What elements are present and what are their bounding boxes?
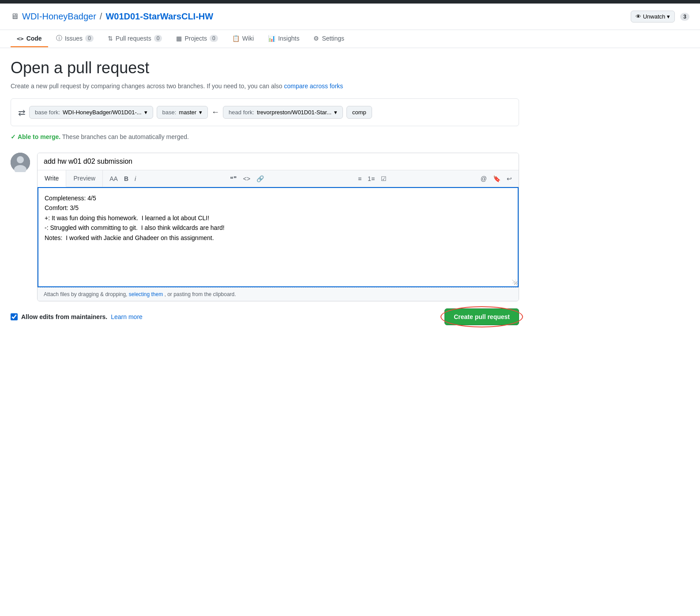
editor-tabs: Write Preview: [38, 170, 103, 187]
allow-edits-label: Allow edits from maintainers.: [21, 313, 107, 320]
branch-selector: ⇄ base fork: WDI-HoneyBadger/W01D01-... …: [11, 98, 519, 126]
merge-status: ✓ Able to merge. These branches can be a…: [11, 131, 519, 144]
attach-link[interactable]: selecting them: [129, 291, 163, 297]
tab-insights[interactable]: 📊 Insights: [262, 30, 305, 47]
head-fork-label: head fork:: [229, 109, 254, 116]
repo-name-link[interactable]: W01D01-StarWarsCLI-HW: [105, 11, 213, 22]
watch-eye-icon: 👁: [636, 13, 641, 20]
tab-pr-label: Pull requests: [116, 35, 151, 42]
tab-wiki-label: Wiki: [242, 35, 254, 42]
compare-forks-link[interactable]: compare across forks: [284, 83, 343, 90]
page-title: Open a pull request: [11, 59, 519, 77]
tab-code[interactable]: <> Code: [11, 30, 48, 47]
merge-ok-text: Able to merge.: [18, 133, 60, 140]
pr-icon: ⇅: [108, 35, 113, 42]
head-fork-selector[interactable]: head fork: trevorpreston/W01D01-Star... …: [223, 106, 343, 119]
subtitle-text: Create a new pull request by comparing c…: [11, 83, 282, 90]
repo-header: 🖥 WDI-HoneyBadger / W01D01-StarWarsCLI-H…: [0, 4, 700, 30]
code-icon: <>: [17, 35, 24, 42]
list-group: ≡ 1≡ ☑: [356, 174, 389, 184]
italic-button[interactable]: i: [132, 174, 138, 184]
link-button[interactable]: 🔗: [254, 174, 266, 184]
watch-button[interactable]: 👁 Unwatch ▾: [631, 11, 675, 23]
text-size-button[interactable]: AA: [107, 174, 120, 184]
main-content: Open a pull request Create a new pull re…: [0, 48, 530, 336]
base-dropdown: ▾: [199, 109, 202, 116]
tab-issues[interactable]: ⓘ Issues 0: [50, 30, 100, 48]
repo-icon: 🖥: [11, 12, 19, 21]
write-tab[interactable]: Write: [38, 170, 66, 187]
base-fork-selector[interactable]: base fork: WDI-HoneyBadger/W01D01-... ▾: [29, 106, 153, 119]
repo-separator: /: [100, 11, 102, 22]
editor-toolbar: AA B i ❝❞ <> 🔗 ≡ 1≡ ☑ @: [103, 170, 519, 187]
pr-badge: 0: [154, 35, 162, 42]
tab-settings-label: Settings: [322, 35, 344, 42]
task-list-button[interactable]: ☑: [379, 174, 389, 184]
watch-label: Unwatch: [643, 13, 666, 20]
textarea-wrapper: Completeness: 4/5 Comfort: 3/5 +: It was…: [38, 187, 519, 287]
top-bar: [0, 0, 700, 4]
learn-more-link[interactable]: Learn more: [111, 313, 143, 320]
tab-wiki[interactable]: 📋 Wiki: [226, 30, 260, 47]
reply-button[interactable]: ↩: [504, 174, 514, 184]
tab-insights-label: Insights: [278, 35, 299, 42]
allow-edits-section: Allow edits from maintainers. Learn more: [11, 313, 143, 320]
reference-button[interactable]: 🔖: [491, 174, 503, 184]
pr-footer: Allow edits from maintainers. Learn more…: [11, 308, 519, 325]
pr-title-input[interactable]: [38, 153, 519, 170]
tab-code-label: Code: [26, 35, 42, 42]
attach-files-bar: Attach files by dragging & dropping, sel…: [38, 287, 519, 301]
projects-badge: 0: [210, 35, 218, 42]
text-style-group: AA B i: [107, 174, 138, 184]
code-button[interactable]: <>: [241, 174, 252, 184]
bold-button[interactable]: B: [122, 174, 131, 184]
head-fork-dropdown: ▾: [334, 109, 337, 116]
projects-icon: ▦: [176, 35, 182, 42]
tab-projects[interactable]: ▦ Projects 0: [170, 30, 224, 47]
arrow-left-icon: ←: [211, 108, 219, 117]
subtitle: Create a new pull request by comparing c…: [11, 83, 519, 90]
avatar: [11, 153, 30, 172]
issues-badge: 0: [85, 35, 94, 42]
editor-tabs-row: Write Preview AA B i ❝❞ <> 🔗 ≡: [38, 170, 519, 187]
base-branch-selector[interactable]: base: master ▾: [157, 106, 208, 119]
ordered-list-button[interactable]: 1≡: [365, 174, 377, 184]
quote-button[interactable]: ❝❞: [228, 174, 239, 184]
base-value: master: [179, 109, 196, 116]
tab-issues-label: Issues: [65, 35, 83, 42]
create-pr-button[interactable]: Create pull request: [444, 308, 519, 325]
tab-pull-requests[interactable]: ⇅ Pull requests 0: [102, 30, 169, 47]
base-fork-value: WDI-HoneyBadger/W01D01-...: [63, 109, 141, 116]
resize-handle: ⇲: [512, 278, 516, 285]
wiki-icon: 📋: [232, 35, 240, 42]
attach-text: Attach files by dragging & dropping,: [44, 291, 127, 297]
repo-title: 🖥 WDI-HoneyBadger / W01D01-StarWarsCLI-H…: [11, 11, 213, 22]
base-label: base:: [162, 109, 177, 116]
nav-tabs: <> Code ⓘ Issues 0 ⇅ Pull requests 0 ▦ P…: [0, 30, 700, 48]
preview-tab[interactable]: Preview: [66, 170, 103, 187]
head-fork-value: trevorpreston/W01D01-Star...: [257, 109, 331, 116]
pr-body-textarea[interactable]: Completeness: 4/5 Comfort: 3/5 +: It was…: [38, 188, 518, 285]
mention-button[interactable]: @: [478, 174, 489, 184]
merge-description: These branches can be automatically merg…: [62, 133, 189, 140]
merge-checkmark: ✓: [11, 133, 16, 140]
svg-point-1: [17, 156, 24, 163]
repo-owner-link[interactable]: WDI-HoneyBadger: [22, 11, 96, 22]
tab-projects-label: Projects: [184, 35, 207, 42]
tab-settings[interactable]: ⚙ Settings: [307, 30, 350, 47]
insights-icon: 📊: [268, 35, 275, 42]
format-group: ❝❞ <> 🔗: [228, 174, 266, 184]
pr-form: Write Preview AA B i ❝❞ <> 🔗 ≡: [11, 153, 519, 301]
settings-icon: ⚙: [313, 35, 319, 42]
watch-dropdown-icon: ▾: [667, 13, 670, 20]
unordered-list-button[interactable]: ≡: [356, 174, 364, 184]
base-fork-label: base fork:: [35, 109, 60, 116]
compare-selector[interactable]: comp: [346, 106, 372, 119]
compare-icon: ⇄: [18, 107, 26, 118]
pr-editor: Write Preview AA B i ❝❞ <> 🔗 ≡: [37, 153, 519, 301]
issues-icon: ⓘ: [56, 34, 62, 42]
allow-edits-bold: Allow edits from maintainers.: [21, 313, 107, 320]
allow-edits-checkbox[interactable]: [11, 313, 18, 320]
attach-suffix: , or pasting from the clipboard.: [165, 291, 236, 297]
watch-count: 3: [680, 13, 689, 21]
